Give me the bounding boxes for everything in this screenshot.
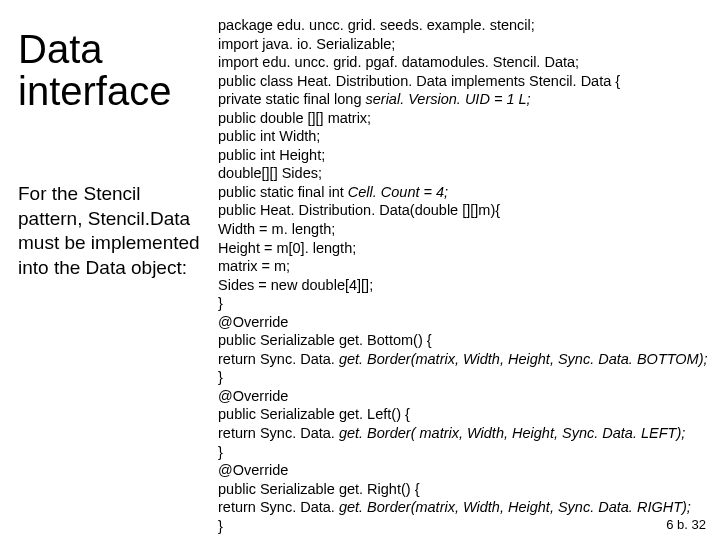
code-line: @Override [218, 388, 288, 404]
code-italic: get. Border(matrix, Width, Height, Sync.… [339, 351, 708, 367]
code-line: Width = m. length; [218, 221, 335, 237]
code-line: } [218, 295, 223, 311]
code-italic: Cell. Count = 4; [348, 184, 448, 200]
right-column: package edu. uncc. grid. seeds. example.… [208, 10, 710, 530]
code-line: matrix = m; [218, 258, 290, 274]
code-line: Height = m[0]. length; [218, 240, 356, 256]
code-line: public Serializable get. Right() { [218, 481, 420, 497]
code-line: Sides = new double[4][]; [218, 277, 373, 293]
code-line: import java. io. Serializable; [218, 36, 395, 52]
code-line: public double [][] matrix; [218, 110, 371, 126]
code-line: public Heat. Distribution. Data(double [… [218, 202, 500, 218]
code-line: double[][] Sides; [218, 165, 322, 181]
title-line-2: interface [18, 69, 171, 113]
caption-text: For the Stencil pattern, Stencil.Data mu… [18, 182, 208, 281]
code-line: public int Width; [218, 128, 320, 144]
code-line: } [218, 444, 223, 460]
code-line: public static final int [218, 184, 348, 200]
code-line: @Override [218, 462, 288, 478]
slide-title: Data interface [18, 28, 208, 112]
code-line: import edu. uncc. grid. pgaf. datamodule… [218, 54, 579, 70]
code-line: public Serializable get. Left() { [218, 406, 410, 422]
code-block: package edu. uncc. grid. seeds. example.… [218, 16, 710, 535]
code-line: @Override [218, 314, 288, 330]
code-italic: serial. Version. UID = 1 L; [366, 91, 531, 107]
code-line: package edu. uncc. grid. seeds. example.… [218, 17, 535, 33]
code-line: private static final long [218, 91, 366, 107]
code-italic: get. Border( matrix, Width, Height, Sync… [339, 425, 685, 441]
code-line: return Sync. Data. [218, 499, 339, 515]
code-line: } [218, 369, 223, 385]
code-line: public int Height; [218, 147, 325, 163]
title-line-1: Data [18, 27, 103, 71]
code-line: return Sync. Data. [218, 425, 339, 441]
code-line: public Serializable get. Bottom() { [218, 332, 432, 348]
code-line: return Sync. Data. [218, 351, 339, 367]
code-italic: get. Border(matrix, Width, Height, Sync.… [339, 499, 691, 515]
code-line: } [218, 518, 223, 534]
page-number: 6 b. 32 [666, 517, 706, 532]
left-column: Data interface For the Stencil pattern, … [18, 10, 208, 530]
code-line: public class Heat. Distribution. Data im… [218, 73, 620, 89]
slide: Data interface For the Stencil pattern, … [0, 0, 720, 540]
